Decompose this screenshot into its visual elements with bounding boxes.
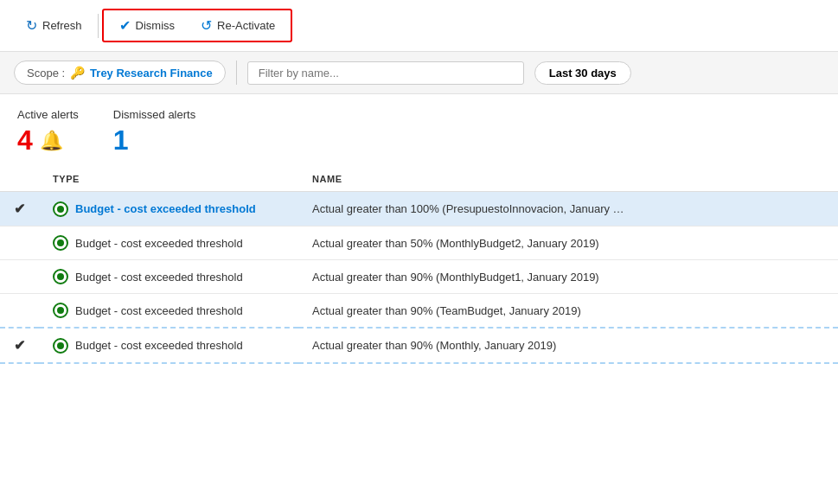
row-type: Budget - cost exceeded threshold (39, 260, 298, 294)
dismissed-alerts-count-row: 1 (113, 124, 195, 156)
row-checkbox[interactable]: ✔ (0, 192, 39, 226)
row-checkbox[interactable] (0, 260, 39, 294)
row-name: Actual greater than 90% (MonthlyBudget1,… (298, 260, 838, 294)
type-label: Budget - cost exceeded threshold (75, 202, 256, 215)
row-type: Budget - cost exceeded threshold (39, 192, 298, 226)
type-label: Budget - cost exceeded threshold (75, 271, 243, 284)
scope-button[interactable]: Scope : 🔑 Trey Research Finance (14, 61, 226, 85)
dismissed-alerts-group: Dismissed alerts 1 (113, 108, 195, 156)
col-type-header: TYPE (39, 167, 298, 192)
refresh-icon: ↻ (26, 17, 37, 34)
filter-input[interactable] (247, 61, 524, 85)
budget-icon (53, 303, 68, 318)
refresh-label: Refresh (42, 19, 82, 32)
alerts-summary: Active alerts 4 🔔 Dismissed alerts 1 (0, 94, 838, 163)
reactivate-icon: ↺ (201, 17, 212, 34)
dismiss-button[interactable]: ✔ Dismiss (107, 12, 188, 39)
table-row[interactable]: Budget - cost exceeded thresholdActual g… (0, 260, 838, 294)
active-alerts-title: Active alerts (17, 108, 79, 121)
row-checkbox[interactable] (0, 294, 39, 329)
scope-label-text: Scope : (27, 67, 65, 80)
active-alerts-count: 4 (17, 124, 33, 156)
dismiss-reactivate-group: ✔ Dismiss ↺ Re-Activate (102, 9, 293, 42)
checkmark-icon: ✔ (14, 201, 25, 216)
row-type: Budget - cost exceeded threshold (39, 294, 298, 329)
date-range-button[interactable]: Last 30 days (534, 61, 631, 85)
row-name: Actual greater than 100% (PresupuestoInn… (298, 192, 838, 226)
reactivate-label: Re-Activate (217, 19, 275, 32)
refresh-button[interactable]: ↻ Refresh (14, 12, 94, 39)
table-row[interactable]: Budget - cost exceeded thresholdActual g… (0, 294, 838, 329)
key-icon: 🔑 (70, 66, 85, 80)
dismiss-icon: ✔ (119, 17, 131, 34)
col-name-header: NAME (298, 167, 838, 192)
date-range-label: Last 30 days (549, 67, 617, 80)
active-alerts-group: Active alerts 4 🔔 (17, 108, 79, 156)
table-row[interactable]: ✔Budget - cost exceeded thresholdActual … (0, 192, 838, 226)
budget-icon (53, 235, 68, 251)
row-name: Actual greater than 90% (Monthly, Januar… (298, 328, 838, 363)
row-name: Actual greater than 50% (MonthlyBudget2,… (298, 226, 838, 260)
type-label: Budget - cost exceeded threshold (75, 237, 243, 250)
row-checkbox[interactable]: ✔ (0, 328, 39, 363)
type-label: Budget - cost exceeded threshold (75, 339, 243, 352)
budget-icon (53, 338, 68, 354)
table-header-row: TYPE NAME (0, 167, 838, 192)
dismissed-alerts-count: 1 (113, 124, 129, 156)
toolbar-separator (98, 14, 99, 38)
budget-icon (53, 269, 68, 284)
filter-bar: Scope : 🔑 Trey Research Finance Last 30 … (0, 52, 838, 94)
type-label: Budget - cost exceeded threshold (75, 304, 243, 317)
filter-separator (236, 61, 237, 85)
col-check-header (0, 167, 39, 192)
toolbar: ↻ Refresh ✔ Dismiss ↺ Re-Activate (0, 0, 838, 52)
row-checkbox[interactable] (0, 226, 39, 260)
budget-icon (53, 201, 68, 217)
dismiss-label: Dismiss (136, 19, 176, 32)
reactivate-button[interactable]: ↺ Re-Activate (189, 12, 287, 39)
active-alerts-count-row: 4 🔔 (17, 124, 79, 156)
table-row[interactable]: Budget - cost exceeded thresholdActual g… (0, 226, 838, 260)
scope-value: Trey Research Finance (90, 67, 213, 80)
bell-icon: 🔔 (40, 130, 63, 152)
dismissed-alerts-title: Dismissed alerts (113, 108, 195, 121)
row-name: Actual greater than 90% (TeamBudget, Jan… (298, 294, 838, 329)
alerts-table: TYPE NAME ✔Budget - cost exceeded thresh… (0, 167, 838, 364)
table-row[interactable]: ✔Budget - cost exceeded thresholdActual … (0, 328, 838, 363)
row-type: Budget - cost exceeded threshold (39, 328, 298, 363)
checkmark-icon: ✔ (14, 338, 25, 353)
row-type: Budget - cost exceeded threshold (39, 226, 298, 260)
